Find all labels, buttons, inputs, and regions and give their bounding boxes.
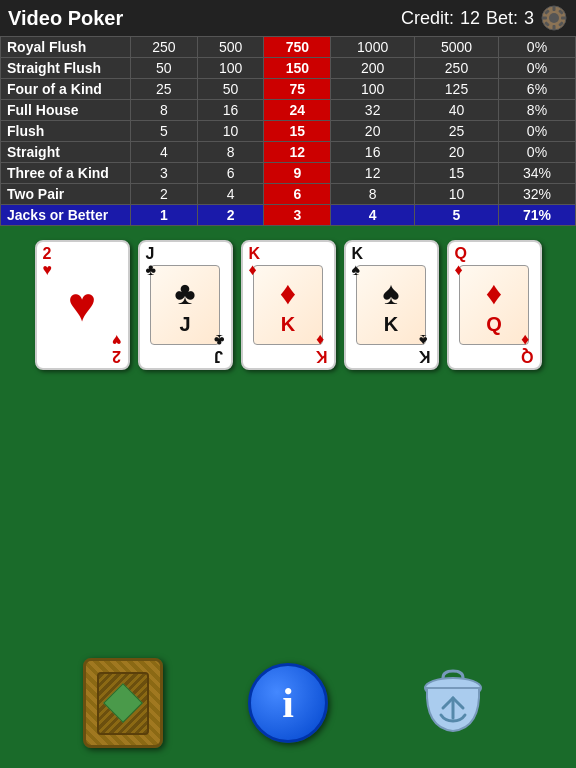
payout-cell: 500: [197, 37, 264, 58]
payout-cell: 50: [131, 58, 198, 79]
payout-cell: 15: [264, 121, 331, 142]
playing-card[interactable]: 2♥♥2♥: [35, 240, 130, 370]
payout-cell: 6: [197, 163, 264, 184]
payout-cell: 750: [264, 37, 331, 58]
payout-row-name: Royal Flush: [1, 37, 131, 58]
payout-cell: 5: [131, 121, 198, 142]
playing-card[interactable]: K♦♦KK♦: [241, 240, 336, 370]
deal-button[interactable]: [83, 658, 163, 748]
payout-pct: 6%: [498, 79, 575, 100]
payout-cell: 12: [331, 163, 415, 184]
payout-cell: 75: [264, 79, 331, 100]
payout-cell: 150: [264, 58, 331, 79]
payout-pct: 0%: [498, 142, 575, 163]
payout-cell: 3: [264, 205, 331, 226]
payout-pct: 0%: [498, 121, 575, 142]
payout-cell: 6: [264, 184, 331, 205]
svg-rect-2: [553, 6, 556, 11]
payout-cell: 8: [131, 100, 198, 121]
card-area: 2♥♥2♥J♣♣JJ♣K♦♦KK♦K♠♠KK♠Q♦♦QQ♦: [0, 226, 576, 380]
trash-icon: [413, 663, 493, 743]
payout-cell: 20: [331, 121, 415, 142]
playing-card[interactable]: Q♦♦QQ♦: [447, 240, 542, 370]
payout-row-name: Three of a Kind: [1, 163, 131, 184]
payout-cell: 5000: [415, 37, 499, 58]
payout-cell: 9: [264, 163, 331, 184]
payout-pct: 0%: [498, 58, 575, 79]
payout-pct: 71%: [498, 205, 575, 226]
trash-button[interactable]: [413, 663, 493, 743]
payout-cell: 20: [415, 142, 499, 163]
playing-card[interactable]: K♠♠KK♠: [344, 240, 439, 370]
playing-card[interactable]: J♣♣JJ♣: [138, 240, 233, 370]
payout-cell: 10: [197, 121, 264, 142]
credit-label: Credit:: [401, 8, 454, 29]
payout-cell: 125: [415, 79, 499, 100]
payout-cell: 3: [131, 163, 198, 184]
payout-row-name: Full House: [1, 100, 131, 121]
bet-value: 3: [524, 8, 534, 29]
payout-cell: 5: [415, 205, 499, 226]
payout-cell: 1: [131, 205, 198, 226]
gear-icon[interactable]: [540, 4, 568, 32]
svg-rect-4: [542, 17, 547, 20]
payout-pct: 32%: [498, 184, 575, 205]
payout-cell: 24: [264, 100, 331, 121]
payout-cell: 16: [197, 100, 264, 121]
payout-cell: 16: [331, 142, 415, 163]
payout-cell: 2: [197, 205, 264, 226]
payout-cell: 15: [415, 163, 499, 184]
app-header: Video Poker Credit: 12 Bet: 3: [0, 0, 576, 36]
payout-cell: 12: [264, 142, 331, 163]
payout-row-name: Four of a Kind: [1, 79, 131, 100]
payout-cell: 25: [415, 121, 499, 142]
svg-point-1: [549, 13, 559, 23]
payout-cell: 100: [331, 79, 415, 100]
payout-row-name: Straight: [1, 142, 131, 163]
payout-cell: 32: [331, 100, 415, 121]
app-title: Video Poker: [8, 7, 123, 30]
payout-row-name: Flush: [1, 121, 131, 142]
bottom-area: i: [0, 658, 576, 748]
payout-cell: 10: [415, 184, 499, 205]
payout-cell: 4: [331, 205, 415, 226]
bet-label: Bet:: [486, 8, 518, 29]
payout-pct: 0%: [498, 37, 575, 58]
payout-cell: 200: [331, 58, 415, 79]
payout-cell: 250: [415, 58, 499, 79]
payout-cell: 25: [131, 79, 198, 100]
payout-row-name: Two Pair: [1, 184, 131, 205]
payout-cell: 50: [197, 79, 264, 100]
info-button[interactable]: i: [248, 663, 328, 743]
payout-cell: 250: [131, 37, 198, 58]
payout-cell: 2: [131, 184, 198, 205]
payout-cell: 40: [415, 100, 499, 121]
payout-pct: 8%: [498, 100, 575, 121]
info-icon: i: [282, 679, 294, 727]
payout-cell: 4: [131, 142, 198, 163]
payout-table: Royal Flush250500750100050000%Straight F…: [0, 36, 576, 226]
payout-cell: 100: [197, 58, 264, 79]
payout-row-name: Jacks or Better: [1, 205, 131, 226]
payout-row-name: Straight Flush: [1, 58, 131, 79]
payout-cell: 8: [331, 184, 415, 205]
payout-cell: 1000: [331, 37, 415, 58]
payout-cell: 4: [197, 184, 264, 205]
svg-rect-3: [553, 25, 556, 30]
credit-value: 12: [460, 8, 480, 29]
svg-rect-5: [561, 17, 566, 20]
payout-cell: 8: [197, 142, 264, 163]
payout-pct: 34%: [498, 163, 575, 184]
credit-info: Credit: 12 Bet: 3: [401, 4, 568, 32]
